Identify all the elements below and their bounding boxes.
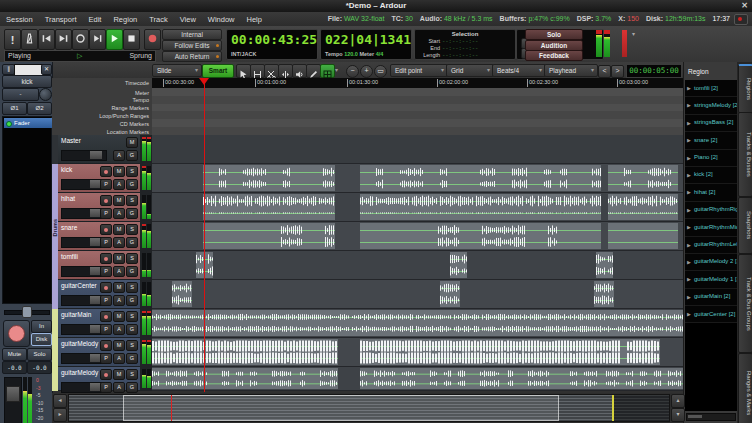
solo-button[interactable]: S — [126, 253, 138, 264]
arrange-canvas[interactable] — [152, 135, 683, 392]
mute-button[interactable]: Mute — [2, 348, 27, 361]
tab-tracks-busses[interactable]: Tracks & Busses — [738, 112, 752, 197]
trim-button[interactable]: - — [2, 88, 39, 101]
go-end-button[interactable] — [55, 29, 72, 50]
track-header-hihat[interactable]: hihatMSPAG — [58, 193, 140, 222]
auto-return-button[interactable]: Auto Return — [162, 51, 222, 62]
group-strip[interactable] — [52, 309, 58, 391]
region-list-item[interactable]: ▶guitarCenter [2] — [685, 306, 737, 323]
region-list-item[interactable]: ▶hihat [2] — [685, 184, 737, 201]
solo-button[interactable]: S — [126, 311, 138, 322]
menu-transport[interactable]: Transport — [39, 13, 83, 26]
expand-arrow-icon[interactable]: ▶ — [687, 207, 691, 213]
a-button[interactable]: A — [113, 179, 125, 190]
p-button[interactable]: P — [100, 295, 112, 306]
track-header-kick[interactable]: kickMSPAG — [58, 164, 140, 193]
track-header-snare[interactable]: snareMSPAG — [58, 222, 140, 251]
midi-panic-button[interactable]: ! — [4, 29, 21, 50]
processor-led-icon[interactable] — [6, 121, 12, 127]
primary-clock[interactable]: 00:00:43:25 INT/JACK — [226, 29, 318, 60]
tab-ranges-marks[interactable]: Ranges & Marks — [738, 353, 752, 423]
track-header-guitarcenter[interactable]: guitarCenterMSPAG — [58, 280, 140, 309]
expand-arrow-icon[interactable]: ▶ — [687, 242, 691, 248]
play-button[interactable] — [106, 29, 123, 50]
feedback-button[interactable]: Feedback — [525, 50, 583, 61]
titlebar[interactable]: *Demo – Ardour ✕ — [0, 0, 752, 12]
ruler-zone[interactable]: 00:00:30:0000:01:00:0000:01:30:0000:02:0… — [52, 78, 683, 135]
expand-arrow-icon[interactable]: ▶ — [687, 259, 691, 265]
p-button[interactable]: P — [100, 208, 112, 219]
mute-button[interactable]: M — [113, 369, 125, 380]
g-button[interactable]: G — [126, 324, 138, 335]
region-list-item[interactable]: ▶guitarMelody 1 [2 — [685, 271, 737, 288]
g-button[interactable]: G — [126, 295, 138, 306]
menu-session[interactable]: Session — [0, 13, 39, 26]
nudge-clock[interactable]: 00:00:05:00 — [626, 64, 682, 78]
menu-window[interactable]: Window — [202, 13, 241, 26]
expand-arrow-icon[interactable]: ▶ — [687, 311, 691, 317]
region-list-item[interactable]: ▶kick [2] — [685, 167, 737, 184]
p-button[interactable]: P — [100, 237, 112, 248]
internal-button[interactable]: Internal — [162, 29, 222, 40]
track-header-guitarmelody-1[interactable]: guitarMelody 1MSPAG — [58, 338, 140, 367]
menu-help[interactable]: Help — [241, 13, 268, 26]
solo-button[interactable]: S — [126, 340, 138, 351]
expand-arrow-icon[interactable]: ▶ — [687, 189, 691, 195]
tab-snapshots[interactable]: Snapshots — [738, 197, 752, 254]
a-button[interactable]: A — [113, 295, 125, 306]
nudge-forward-button[interactable]: > — [611, 65, 624, 78]
expand-arrow-icon[interactable]: ▶ — [687, 224, 691, 230]
smart-mode-button[interactable]: Smart — [202, 64, 234, 78]
expand-arrow-icon[interactable]: ▶ — [687, 85, 691, 91]
a-button[interactable]: A — [113, 382, 125, 393]
tab-track-bus-groups[interactable]: Track & Bus Groups — [738, 254, 752, 353]
processor-box[interactable]: Fader — [2, 116, 52, 304]
record-enable-button[interactable] — [100, 224, 112, 235]
summary-zoom-in-button[interactable]: ▾ — [671, 408, 685, 422]
record-enable-button[interactable] — [3, 320, 30, 347]
gain-fader-handle[interactable] — [6, 386, 20, 402]
p-button[interactable]: P — [100, 324, 112, 335]
mute-button[interactable]: M — [113, 311, 125, 322]
expand-arrow-icon[interactable]: ▶ — [687, 155, 691, 161]
menu-edit[interactable]: Edit — [83, 13, 108, 26]
group-strip-drums[interactable]: Drums — [52, 164, 58, 309]
edit-point-combo[interactable]: Playhead▾ — [544, 64, 598, 77]
zoom-out-button[interactable]: − — [346, 65, 359, 78]
g-button[interactable]: G — [126, 353, 138, 364]
expand-arrow-icon[interactable]: ▶ — [687, 294, 691, 300]
summary-zoom-out-button[interactable]: ▴ — [671, 394, 685, 408]
regions-hscrollbar[interactable] — [686, 413, 736, 421]
phase-2-button[interactable]: Ø2 — [27, 102, 52, 115]
tool-cut-button[interactable] — [264, 64, 279, 78]
fader-processor[interactable]: Fader — [4, 118, 58, 128]
region-list-item[interactable]: ▶snare [2] — [685, 132, 737, 149]
tool-options-chevron-icon[interactable]: ▾ — [335, 66, 338, 73]
record-enable-button[interactable] — [100, 340, 112, 351]
loop-button[interactable] — [72, 29, 89, 50]
metronome-button[interactable] — [21, 29, 38, 50]
p-button[interactable]: P — [100, 353, 112, 364]
region-list-item[interactable]: ▶Piano [2] — [685, 150, 737, 167]
snap-mode-combo[interactable]: Grid▾ — [446, 64, 494, 77]
region-list-item[interactable]: ▶guitarRhythmLeft — [685, 237, 737, 254]
track-header-guitarmain[interactable]: guitarMainMSPAG — [58, 309, 140, 338]
track-header-master[interactable]: MasterMAG — [58, 135, 140, 164]
p-button[interactable]: P — [100, 382, 112, 393]
g-button[interactable]: G — [126, 382, 138, 393]
tool-range-button[interactable] — [250, 64, 265, 78]
a-button[interactable]: A — [113, 150, 125, 161]
tool-internal-edit-button[interactable] — [320, 64, 335, 78]
solo-button[interactable]: S — [126, 224, 138, 235]
record-enable-button[interactable] — [100, 195, 112, 206]
summary-scroll-left-button[interactable]: ◂ — [53, 394, 67, 408]
solo-button[interactable]: S — [126, 369, 138, 380]
mixer-track-name-button[interactable]: kick — [2, 75, 52, 88]
g-button[interactable]: G — [126, 150, 138, 161]
record-enable-button[interactable] — [100, 166, 112, 177]
region-list-item[interactable]: ▶tomfili [2] — [685, 80, 737, 97]
region-list-item[interactable]: ▶stringsMelody [2] — [685, 97, 737, 114]
pan-handle[interactable] — [22, 306, 32, 318]
region-list-item[interactable]: ▶guitarRhythmRigh — [685, 202, 737, 219]
expand-arrow-icon[interactable]: ▶ — [687, 172, 691, 178]
